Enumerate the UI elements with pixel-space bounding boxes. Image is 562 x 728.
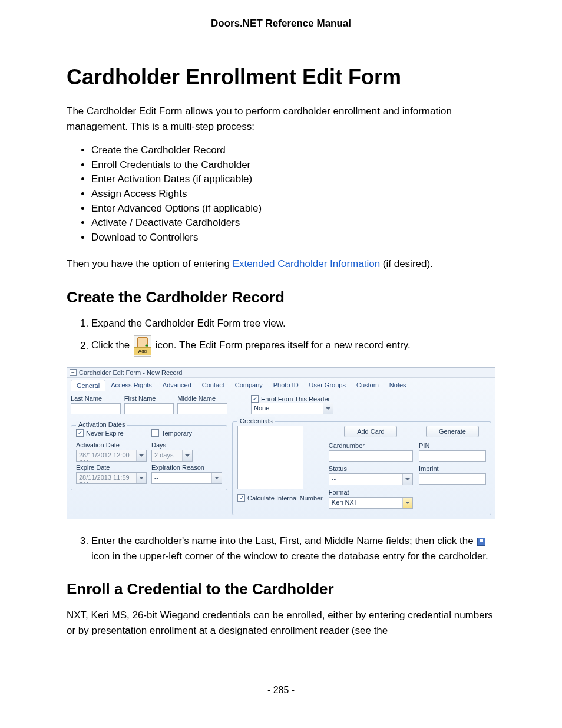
intro-paragraph: The Cardholder Edit Form allows you to p… [67, 104, 495, 134]
page-number: - 285 - [67, 685, 495, 696]
credentials-listbox[interactable] [237, 426, 303, 489]
list-item: Enter Activation Dates (if applicable) [91, 172, 495, 187]
step-3: Enter the cardholder's name into the Las… [91, 533, 495, 564]
format-label: Format [329, 489, 413, 496]
tab-general[interactable]: General [71, 380, 105, 391]
chevron-down-icon [402, 474, 412, 485]
chevron-down-icon [182, 450, 192, 461]
first-name-label: First Name [124, 395, 174, 402]
chevron-down-icon [402, 498, 412, 508]
credentials-fieldset: Credentials ✓ Calculate Internal Number … [232, 421, 491, 515]
enroll-reader-dropdown[interactable]: None [251, 403, 333, 414]
enroll-reader-checkbox[interactable]: ✓ [251, 395, 259, 403]
list-item: Download to Controllers [91, 230, 495, 245]
last-name-input[interactable] [71, 403, 121, 414]
expire-date-label: Expire Date [76, 464, 147, 471]
pin-input[interactable] [419, 450, 486, 462]
tab-access-rights[interactable]: Access Rights [105, 380, 157, 391]
days-label: Days [151, 442, 222, 449]
doc-header: Doors.NET Reference Manual [67, 18, 495, 29]
activation-date-dropdown[interactable]: 28/11/2012 12:00 AM [76, 450, 147, 462]
imprint-input[interactable] [419, 473, 486, 485]
then-paragraph: Then you have the option of entering Ext… [67, 256, 495, 272]
enroll-paragraph: NXT, Keri MS, 26-bit Wiegand credentials… [67, 608, 495, 638]
chevron-down-icon [136, 450, 146, 461]
activation-date-label: Activation Date [76, 442, 147, 449]
tab-custom[interactable]: Custom [351, 380, 384, 391]
pin-label: PIN [419, 442, 486, 449]
chevron-down-icon [211, 473, 222, 483]
step-1: Expand the Cardholder Edit Form tree vie… [91, 316, 495, 331]
middle-name-input[interactable] [177, 403, 227, 414]
credentials-legend: Credentials [237, 417, 275, 424]
add-card-button[interactable]: Add Card [344, 426, 397, 437]
add-icon: + Add [134, 335, 151, 357]
never-expire-checkbox[interactable]: ✓ [76, 429, 84, 437]
tab-company[interactable]: Company [230, 380, 268, 391]
list-item: Activate / Deactivate Cardholders [91, 216, 495, 230]
tab-notes[interactable]: Notes [384, 380, 412, 391]
extended-info-link[interactable]: Extended Cardholder Information [233, 258, 380, 269]
activation-fieldset: Activation Dates ✓ Never Expire Temporar… [71, 425, 227, 490]
temporary-label: Temporary [161, 430, 192, 437]
process-list: Create the Cardholder Record Enroll Cred… [67, 143, 495, 245]
format-dropdown[interactable]: Keri NXT [329, 497, 413, 509]
heading-enroll: Enroll a Credential to the Cardholder [67, 580, 495, 598]
generate-button[interactable]: Generate [426, 426, 479, 437]
activation-legend: Activation Dates [76, 421, 127, 428]
tab-advanced[interactable]: Advanced [157, 380, 197, 391]
tab-photo-id[interactable]: Photo ID [268, 380, 304, 391]
calc-internal-label: Calculate Internal Number [247, 495, 323, 502]
status-dropdown[interactable]: -- [329, 473, 413, 485]
imprint-label: Imprint [419, 465, 486, 472]
days-dropdown[interactable]: 2 days [151, 450, 193, 462]
tab-contact[interactable]: Contact [197, 380, 230, 391]
cardnumber-label: Cardnumber [329, 442, 413, 449]
list-item: Enter Advanced Options (if applicable) [91, 202, 495, 216]
list-item: Create the Cardholder Record [91, 143, 495, 158]
step-2: Click the + Add icon. The Edit Form prep… [91, 335, 495, 357]
expire-date-dropdown[interactable]: 28/11/2013 11:59 PM [76, 472, 147, 484]
save-icon [477, 538, 485, 546]
window-titlebar: − Cardholder Edit Form - New Record [67, 368, 495, 378]
chevron-down-icon [136, 473, 146, 483]
chevron-down-icon [323, 403, 333, 414]
page-title: Cardholder Enrollment Edit Form [67, 65, 495, 90]
collapse-icon[interactable]: − [70, 369, 77, 376]
list-item: Enroll Credentials to the Cardholder [91, 158, 495, 173]
calc-internal-checkbox[interactable]: ✓ [237, 494, 245, 502]
cardnumber-input[interactable] [329, 450, 413, 462]
temporary-checkbox[interactable] [151, 429, 159, 437]
expiration-reason-label: Expiration Reason [151, 464, 222, 471]
expiration-reason-dropdown[interactable]: -- [151, 472, 222, 484]
middle-name-label: Middle Name [177, 395, 227, 402]
status-label: Status [329, 465, 413, 472]
edit-form-window: − Cardholder Edit Form - New Record Gene… [67, 367, 495, 519]
create-steps: Expand the Cardholder Edit Form tree vie… [67, 316, 495, 357]
tab-bar: General Access Rights Advanced Contact C… [67, 378, 495, 391]
list-item: Assign Access Rights [91, 187, 495, 202]
window-title: Cardholder Edit Form - New Record [79, 369, 182, 376]
heading-create: Create the Cardholder Record [67, 288, 495, 307]
enroll-reader-label: Enrol From This Reader [261, 396, 330, 403]
tab-user-groups[interactable]: User Groups [304, 380, 351, 391]
create-steps-continued: Enter the cardholder's name into the Las… [67, 533, 495, 564]
never-expire-label: Never Expire [86, 430, 124, 437]
first-name-input[interactable] [124, 403, 174, 414]
last-name-label: Last Name [71, 395, 121, 402]
